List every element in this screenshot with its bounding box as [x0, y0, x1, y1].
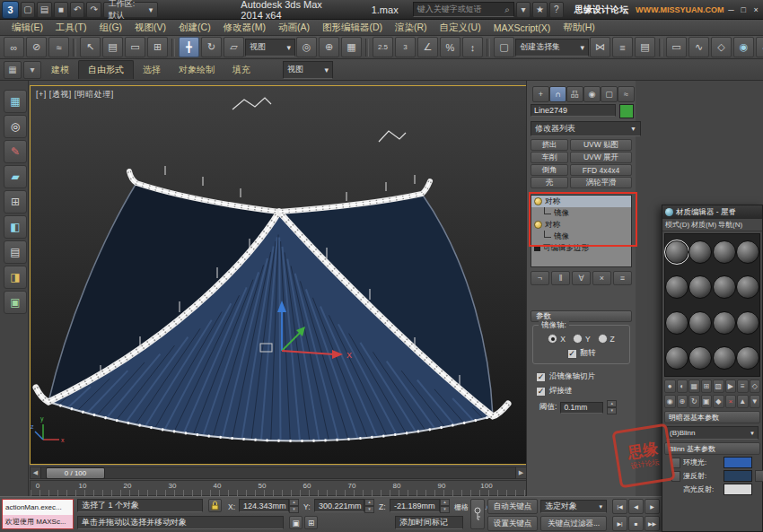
diffuse-color-swatch[interactable]	[724, 470, 752, 482]
shell-button[interactable]: 壳	[531, 177, 568, 188]
viewport-canvas[interactable]: X x y z	[31, 86, 526, 464]
material-slot[interactable]	[665, 305, 688, 341]
keyboard-override-button[interactable]: ▦	[341, 37, 362, 57]
go-to-start-button[interactable]: |◀	[612, 499, 627, 514]
offset-mode-button[interactable]: ⊞	[304, 516, 318, 529]
material-slot[interactable]	[713, 234, 736, 270]
snap-25-button[interactable]: 2.5	[373, 37, 393, 57]
material-slot[interactable]	[713, 270, 736, 306]
remove-modifier-button[interactable]: ×	[592, 271, 611, 285]
window-crossing-button[interactable]: ⊞	[147, 37, 168, 57]
viewport-label[interactable]: [+] [透视] [明暗处理]	[36, 89, 114, 100]
get-material-button[interactable]: ◉	[664, 395, 676, 408]
layer-manager-button[interactable]: ▤	[635, 37, 655, 57]
set-key-button[interactable]	[470, 499, 485, 529]
use-pivot-button[interactable]: ◎	[296, 37, 317, 57]
material-slot[interactable]	[688, 270, 712, 306]
material-slot[interactable]	[665, 270, 688, 306]
background-button[interactable]: ▦	[688, 379, 700, 393]
axis-z-radio[interactable]: Z	[598, 334, 615, 344]
stack-item-symmetry-1[interactable]: 对称	[531, 196, 631, 207]
favorites-button[interactable]: ★	[532, 2, 547, 18]
edit-selection-sets-button[interactable]: ▢	[494, 37, 514, 57]
material-editor-button[interactable]: ◉	[733, 37, 754, 57]
select-link-button[interactable]: ∞	[4, 37, 24, 57]
slice-checkbox[interactable]: ✓沿镜像轴切片	[536, 371, 595, 382]
align-button[interactable]: ≡	[612, 37, 633, 57]
left-tool-9-button[interactable]: ▣	[4, 291, 27, 314]
go-to-parent-button[interactable]: ▲	[737, 395, 749, 408]
menu-graph-editors[interactable]: 图形编辑器(D)	[316, 22, 389, 34]
menu-navigation[interactable]: 导航(N)	[718, 220, 742, 230]
hierarchy-tab[interactable]: 品	[566, 86, 583, 102]
object-color-swatch[interactable]	[619, 104, 634, 118]
save-file-button[interactable]: ■	[54, 2, 68, 18]
y-coord-spinner[interactable]: ▴▾	[364, 499, 374, 513]
material-slot[interactable]	[713, 305, 736, 341]
ribbon-toggle-button[interactable]: ▭	[666, 37, 687, 57]
threshold-field[interactable]: 0.1mm	[560, 402, 603, 414]
time-tag-field[interactable]: 添加时间标记	[395, 516, 463, 529]
maximize-button[interactable]: □	[738, 4, 749, 16]
menu-maxscript[interactable]: MAXScript(X)	[487, 22, 557, 33]
prev-key-button[interactable]: ◀	[628, 499, 644, 514]
menu-rendering[interactable]: 渲染(R)	[389, 22, 434, 34]
show-end-result-button[interactable]: ‖	[551, 271, 570, 285]
axis-y-radio[interactable]: Y	[573, 334, 591, 344]
stack-item-symmetry-2[interactable]: 对称	[531, 219, 631, 231]
next-key-button[interactable]: ▶▶	[645, 516, 660, 531]
left-tool-3-button[interactable]: ✎	[4, 140, 27, 163]
play-button[interactable]: ▶	[645, 499, 660, 514]
extrude-button[interactable]: 挤出	[531, 139, 568, 151]
left-tool-6-button[interactable]: ◧	[4, 215, 27, 239]
minimize-button[interactable]: ─	[725, 4, 736, 16]
z-coord-spinner[interactable]: ▴▾	[440, 499, 450, 513]
listener-line-2[interactable]: 欢迎使用 MAXSc...	[3, 515, 73, 528]
tab-populate[interactable]: 填充	[224, 61, 259, 79]
ref-coord-dropdown[interactable]: 视图 ▾	[245, 39, 295, 57]
spin-down-icon[interactable]: ▾	[607, 407, 617, 414]
app-menu-button[interactable]: 3	[2, 1, 19, 19]
rotate-button[interactable]: ↻	[201, 37, 222, 57]
selection-lock-button[interactable]	[208, 499, 222, 512]
infocenter-dropdown-button[interactable]: ▾	[516, 2, 531, 18]
stop-button[interactable]: ■	[628, 516, 644, 531]
time-slider-handle[interactable]: 0 / 100	[46, 467, 105, 479]
material-slot-active[interactable]	[665, 234, 688, 270]
menu-animation[interactable]: 动画(A)	[272, 22, 316, 34]
x-coord-field[interactable]: 124.343mm	[239, 499, 289, 512]
motion-tab[interactable]: ◉	[583, 86, 601, 102]
material-slot[interactable]	[736, 341, 759, 377]
pin-stack-button[interactable]: ¬	[531, 271, 549, 285]
angle-snap-button[interactable]: ∠	[417, 37, 438, 57]
close-button[interactable]: ×	[750, 4, 761, 16]
display-tab[interactable]: ▢	[601, 86, 618, 102]
material-slot[interactable]	[665, 341, 688, 377]
modifier-list-dropdown[interactable]: 修改器列表 ▼	[531, 121, 641, 136]
diffuse-map-button[interactable]	[755, 470, 763, 482]
ambient-color-swatch[interactable]	[724, 457, 752, 468]
next-frame-button[interactable]: ▶	[516, 467, 526, 478]
modify-tab[interactable]: ∩	[549, 86, 566, 102]
tab-selection[interactable]: 选择	[134, 61, 170, 79]
workspace-dropdown[interactable]: 工作区: 默认 ▾	[103, 2, 159, 18]
tiling-button[interactable]: ⊞	[701, 379, 713, 393]
menu-customize[interactable]: 自定义(U)	[434, 22, 487, 34]
material-slot[interactable]	[688, 234, 712, 270]
menu-modifiers[interactable]: 修改器(M)	[217, 22, 272, 34]
ribbon-view-dropdown[interactable]: 视图 ▾	[283, 61, 333, 79]
time-slider-track[interactable]: 0 / 100	[40, 467, 516, 479]
tab-freeform[interactable]: 自由形式	[78, 60, 134, 79]
menu-material[interactable]: 材质(M)	[691, 220, 716, 230]
bind-spacewarp-button[interactable]: ≈	[48, 37, 69, 57]
maxscript-mini-listener[interactable]: actionMan.exec... 欢迎使用 MAXSc...	[2, 499, 74, 529]
material-id-button[interactable]: ◆	[713, 395, 724, 408]
menu-edit[interactable]: 编辑(E)	[5, 22, 49, 34]
stack-item-mirror-1[interactable]: 镜像	[531, 207, 631, 219]
material-slot[interactable]	[736, 234, 759, 270]
bevel-button[interactable]: 倒角	[531, 164, 568, 176]
z-coord-field[interactable]: -21.189mm	[390, 499, 440, 512]
percent-snap-button[interactable]: %	[440, 37, 460, 57]
spin-up-icon[interactable]: ▴	[607, 400, 617, 407]
delete-material-button[interactable]: ×	[725, 395, 737, 408]
